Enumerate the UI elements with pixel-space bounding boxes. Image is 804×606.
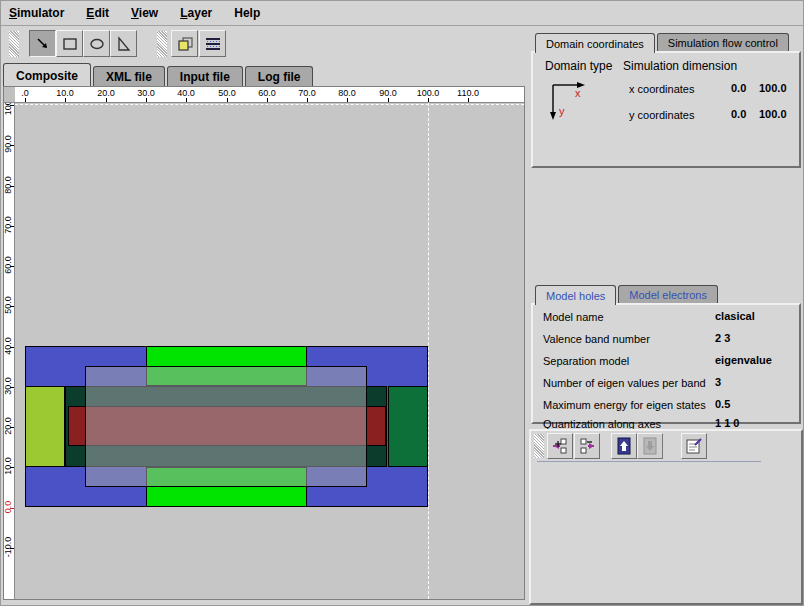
menu-bar: SimulatorEditViewLayerHelp xyxy=(1,1,804,26)
x-min-value: 0.0 xyxy=(731,82,746,94)
toolbar-grip[interactable] xyxy=(157,31,167,57)
x-coordinates-label: x coordinates xyxy=(629,83,694,95)
vruler-label: -10.0 xyxy=(4,530,13,564)
layers-table[interactable] xyxy=(537,461,761,462)
pointer-icon xyxy=(35,36,51,52)
hruler-tick xyxy=(347,98,348,102)
hruler-label: 80.0 xyxy=(338,88,356,98)
ellipse-tool-button[interactable] xyxy=(83,30,110,57)
hruler-label: 30.0 xyxy=(137,88,155,98)
layers-toolbar xyxy=(531,431,803,461)
region-metal-right[interactable] xyxy=(388,386,428,467)
drawing-toolbar xyxy=(1,27,527,61)
tab-model-electrons[interactable]: Model electrons xyxy=(618,285,718,303)
model-row-value: 0.5 xyxy=(715,398,730,410)
device-canvas[interactable] xyxy=(15,103,524,599)
model-row-label: Valence band number xyxy=(543,333,650,345)
layers-copy-button[interactable] xyxy=(171,30,198,57)
menu-help[interactable]: Help xyxy=(234,6,260,20)
arrow-down-icon xyxy=(642,437,658,455)
overlapping-squares-icon xyxy=(176,35,194,53)
y-coordinates-label: y coordinates xyxy=(629,109,694,121)
add-nodes-icon xyxy=(551,437,569,455)
vruler-label: 0.0 xyxy=(4,490,13,524)
move-up-button[interactable] xyxy=(611,433,637,459)
hruler-tick xyxy=(428,98,429,102)
mesh-grid-button[interactable] xyxy=(199,30,226,57)
document-tab-bar: CompositeXML fileInput fileLog file xyxy=(3,63,315,86)
layers-panel xyxy=(529,429,803,605)
remove-nodes-icon xyxy=(578,437,596,455)
axis-y-label: y xyxy=(559,105,565,117)
triangle-icon xyxy=(116,36,132,52)
domain-boundary-x xyxy=(428,103,429,599)
model-row-value: 1 1 0 xyxy=(715,417,739,429)
hruler-label: 20.0 xyxy=(97,88,115,98)
hruler-tick xyxy=(388,98,389,102)
domain-panel: Domain coordinates Simulation flow contr… xyxy=(531,51,801,168)
region-active[interactable] xyxy=(85,366,367,487)
polygon-tool-button[interactable] xyxy=(110,30,137,57)
model-row-value: 2 3 xyxy=(715,332,730,344)
menu-edit[interactable]: Edit xyxy=(86,6,109,20)
hruler-label: 70.0 xyxy=(298,88,316,98)
pointer-tool-button[interactable] xyxy=(29,30,56,57)
vruler-label: 90.0 xyxy=(4,127,13,161)
toolbar-grip[interactable] xyxy=(9,31,19,57)
vruler-label: 50.0 xyxy=(4,288,13,322)
hruler-tick xyxy=(468,98,469,102)
hruler-label: 110.0 xyxy=(457,88,479,98)
vruler-label: 70.0 xyxy=(4,208,13,242)
domain-type-label: Domain type xyxy=(545,59,612,73)
y-max-value: 100.0 xyxy=(759,108,787,120)
model-row-label: Model name xyxy=(543,311,604,323)
simulation-dimension-label: Simulation dimension xyxy=(623,59,737,73)
tab-xml-file[interactable]: XML file xyxy=(93,66,165,86)
hruler-label: 10.0 xyxy=(56,88,74,98)
vruler-label: 80.0 xyxy=(4,168,13,202)
hruler-label: .0 xyxy=(21,88,29,98)
tab-simulation-flow-control[interactable]: Simulation flow control xyxy=(657,33,789,51)
xy-axis-icon: x y xyxy=(545,77,605,132)
rectangle-icon xyxy=(62,36,78,52)
add-layer-button[interactable] xyxy=(547,433,573,459)
toolbar-grip[interactable] xyxy=(534,434,544,458)
menu-view[interactable]: View xyxy=(131,6,158,20)
hruler-label: 90.0 xyxy=(379,88,397,98)
model-row-value: clasical xyxy=(715,310,755,322)
hruler-tick xyxy=(186,98,187,102)
application-window: SimulatorEditViewLayerHelp xyxy=(0,0,804,606)
tab-domain-coordinates[interactable]: Domain coordinates xyxy=(535,33,655,53)
vruler-label: 60.0 xyxy=(4,248,13,282)
hruler-tick xyxy=(25,98,26,102)
vertical-ruler: 100.090.080.070.060.050.040.030.020.010.… xyxy=(4,103,15,599)
tab-input-file[interactable]: Input file xyxy=(167,66,243,86)
hruler-tick xyxy=(146,98,147,102)
hruler-label: 50.0 xyxy=(218,88,236,98)
hruler-tick xyxy=(106,98,107,102)
tab-log-file[interactable]: Log file xyxy=(245,66,314,86)
rectangle-tool-button[interactable] xyxy=(56,30,83,57)
properties-button[interactable] xyxy=(681,433,707,459)
hruler-tick xyxy=(307,98,308,102)
model-row-label: Number of eigen values per band xyxy=(543,377,706,389)
ellipse-icon xyxy=(89,36,105,52)
remove-layer-button[interactable] xyxy=(574,433,600,459)
tab-composite[interactable]: Composite xyxy=(3,63,91,86)
hruler-label: 100.0 xyxy=(417,88,440,98)
menu-layer[interactable]: Layer xyxy=(180,6,212,20)
region-metal-left[interactable] xyxy=(25,386,65,467)
hruler-tick xyxy=(65,98,66,102)
arrow-up-icon xyxy=(616,437,632,455)
vruler-label: 20.0 xyxy=(4,409,13,443)
drawing-area-frame: .010.020.030.040.050.060.070.080.090.010… xyxy=(3,86,525,600)
menu-simulator[interactable]: Simulator xyxy=(9,6,64,20)
mesh-grid-icon xyxy=(204,35,222,53)
model-row-label: Maximum energy for eigen states xyxy=(543,399,706,411)
vruler-label: 40.0 xyxy=(4,329,13,363)
hruler-label: 40.0 xyxy=(177,88,195,98)
vruler-label: 30.0 xyxy=(4,369,13,403)
move-down-button xyxy=(637,433,663,459)
hruler-label: 60.0 xyxy=(258,88,276,98)
tab-model-holes[interactable]: Model holes xyxy=(535,285,616,305)
